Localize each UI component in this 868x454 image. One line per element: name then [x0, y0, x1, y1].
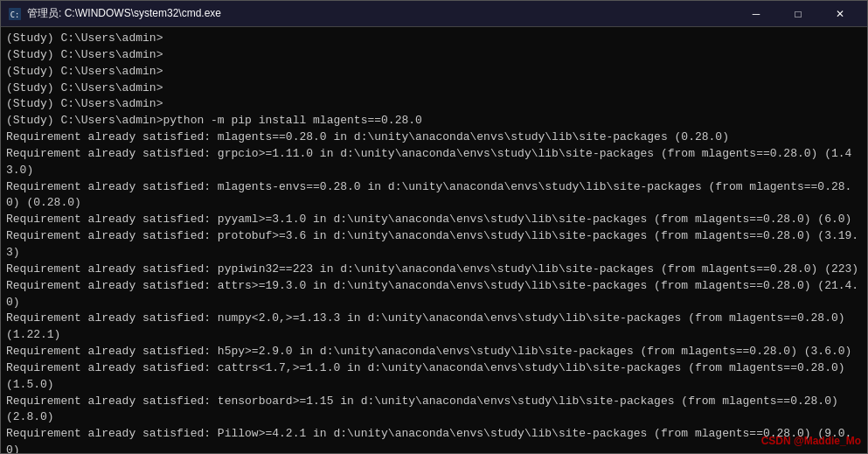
watermark-text: CSDN @Maddie_Mo — [761, 435, 861, 447]
cmd-icon: C: — [8, 7, 22, 21]
maximize-button[interactable]: □ — [778, 2, 818, 26]
window-controls: ─ □ ✕ — [736, 2, 860, 26]
cmd-window: C: 管理员: C:\WINDOWS\system32\cmd.exe ─ □ … — [0, 0, 868, 454]
title-bar: C: 管理员: C:\WINDOWS\system32\cmd.exe ─ □ … — [1, 1, 867, 27]
window-title: 管理员: C:\WINDOWS\system32\cmd.exe — [27, 6, 736, 21]
terminal-output[interactable]: (Study) C:\Users\admin> (Study) C:\Users… — [1, 27, 867, 453]
minimize-button[interactable]: ─ — [736, 2, 776, 26]
close-button[interactable]: ✕ — [820, 2, 860, 26]
svg-text:C:: C: — [10, 10, 20, 18]
